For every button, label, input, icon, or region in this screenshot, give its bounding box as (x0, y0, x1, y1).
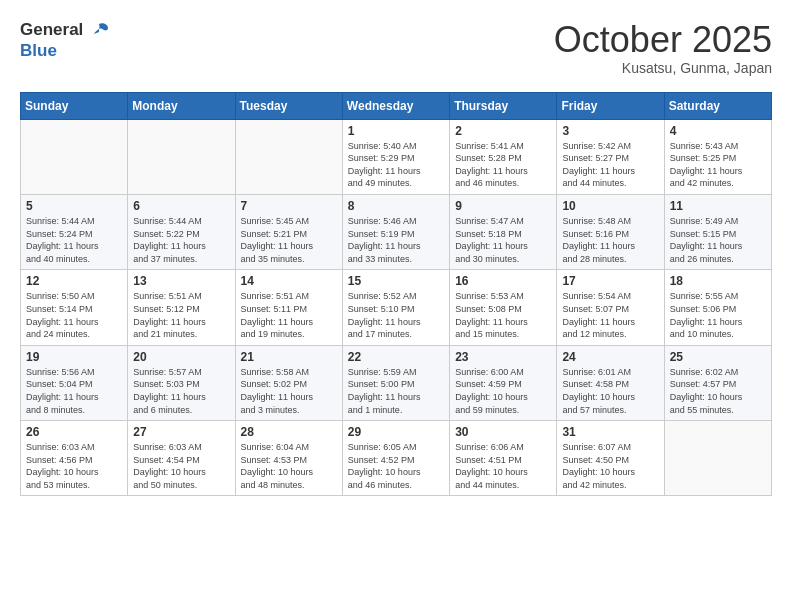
day-number: 19 (26, 350, 122, 364)
day-number: 26 (26, 425, 122, 439)
calendar-cell: 29Sunrise: 6:05 AM Sunset: 4:52 PM Dayli… (342, 421, 449, 496)
day-number: 27 (133, 425, 229, 439)
calendar-cell: 12Sunrise: 5:50 AM Sunset: 5:14 PM Dayli… (21, 270, 128, 345)
calendar-cell: 26Sunrise: 6:03 AM Sunset: 4:56 PM Dayli… (21, 421, 128, 496)
logo: General Blue (20, 20, 110, 61)
month-title: October 2025 (554, 20, 772, 60)
day-number: 12 (26, 274, 122, 288)
day-number: 11 (670, 199, 766, 213)
weekday-header: Sunday (21, 92, 128, 119)
day-info: Sunrise: 5:45 AM Sunset: 5:21 PM Dayligh… (241, 215, 337, 265)
calendar-week-row: 19Sunrise: 5:56 AM Sunset: 5:04 PM Dayli… (21, 345, 772, 420)
day-info: Sunrise: 6:03 AM Sunset: 4:56 PM Dayligh… (26, 441, 122, 491)
calendar-week-row: 26Sunrise: 6:03 AM Sunset: 4:56 PM Dayli… (21, 421, 772, 496)
day-info: Sunrise: 5:44 AM Sunset: 5:22 PM Dayligh… (133, 215, 229, 265)
day-number: 17 (562, 274, 658, 288)
day-info: Sunrise: 5:50 AM Sunset: 5:14 PM Dayligh… (26, 290, 122, 340)
weekday-header: Wednesday (342, 92, 449, 119)
logo-line1: General (20, 20, 110, 42)
calendar-cell: 19Sunrise: 5:56 AM Sunset: 5:04 PM Dayli… (21, 345, 128, 420)
day-info: Sunrise: 5:44 AM Sunset: 5:24 PM Dayligh… (26, 215, 122, 265)
calendar-cell: 7Sunrise: 5:45 AM Sunset: 5:21 PM Daylig… (235, 194, 342, 269)
weekday-header: Saturday (664, 92, 771, 119)
day-info: Sunrise: 6:00 AM Sunset: 4:59 PM Dayligh… (455, 366, 551, 416)
calendar-cell: 4Sunrise: 5:43 AM Sunset: 5:25 PM Daylig… (664, 119, 771, 194)
calendar-cell: 30Sunrise: 6:06 AM Sunset: 4:51 PM Dayli… (450, 421, 557, 496)
calendar-cell: 3Sunrise: 5:42 AM Sunset: 5:27 PM Daylig… (557, 119, 664, 194)
day-number: 9 (455, 199, 551, 213)
day-info: Sunrise: 5:49 AM Sunset: 5:15 PM Dayligh… (670, 215, 766, 265)
day-number: 29 (348, 425, 444, 439)
title-block: October 2025 Kusatsu, Gunma, Japan (554, 20, 772, 76)
calendar-week-row: 1Sunrise: 5:40 AM Sunset: 5:29 PM Daylig… (21, 119, 772, 194)
weekday-header: Tuesday (235, 92, 342, 119)
day-number: 3 (562, 124, 658, 138)
calendar-cell: 28Sunrise: 6:04 AM Sunset: 4:53 PM Dayli… (235, 421, 342, 496)
day-info: Sunrise: 5:54 AM Sunset: 5:07 PM Dayligh… (562, 290, 658, 340)
day-number: 15 (348, 274, 444, 288)
calendar-cell: 17Sunrise: 5:54 AM Sunset: 5:07 PM Dayli… (557, 270, 664, 345)
calendar-cell: 13Sunrise: 5:51 AM Sunset: 5:12 PM Dayli… (128, 270, 235, 345)
calendar-cell: 18Sunrise: 5:55 AM Sunset: 5:06 PM Dayli… (664, 270, 771, 345)
calendar-cell: 8Sunrise: 5:46 AM Sunset: 5:19 PM Daylig… (342, 194, 449, 269)
day-number: 16 (455, 274, 551, 288)
day-number: 28 (241, 425, 337, 439)
day-info: Sunrise: 5:55 AM Sunset: 5:06 PM Dayligh… (670, 290, 766, 340)
calendar-cell (21, 119, 128, 194)
day-number: 1 (348, 124, 444, 138)
calendar-cell: 9Sunrise: 5:47 AM Sunset: 5:18 PM Daylig… (450, 194, 557, 269)
calendar-cell: 6Sunrise: 5:44 AM Sunset: 5:22 PM Daylig… (128, 194, 235, 269)
day-number: 10 (562, 199, 658, 213)
day-info: Sunrise: 5:58 AM Sunset: 5:02 PM Dayligh… (241, 366, 337, 416)
day-info: Sunrise: 5:52 AM Sunset: 5:10 PM Dayligh… (348, 290, 444, 340)
calendar-cell: 5Sunrise: 5:44 AM Sunset: 5:24 PM Daylig… (21, 194, 128, 269)
day-number: 7 (241, 199, 337, 213)
day-info: Sunrise: 5:51 AM Sunset: 5:12 PM Dayligh… (133, 290, 229, 340)
calendar-cell: 22Sunrise: 5:59 AM Sunset: 5:00 PM Dayli… (342, 345, 449, 420)
day-info: Sunrise: 6:05 AM Sunset: 4:52 PM Dayligh… (348, 441, 444, 491)
calendar-cell (128, 119, 235, 194)
day-info: Sunrise: 6:03 AM Sunset: 4:54 PM Dayligh… (133, 441, 229, 491)
day-info: Sunrise: 5:56 AM Sunset: 5:04 PM Dayligh… (26, 366, 122, 416)
calendar-cell: 11Sunrise: 5:49 AM Sunset: 5:15 PM Dayli… (664, 194, 771, 269)
day-info: Sunrise: 6:06 AM Sunset: 4:51 PM Dayligh… (455, 441, 551, 491)
weekday-header: Friday (557, 92, 664, 119)
day-number: 6 (133, 199, 229, 213)
page-header: General Blue October 2025 Kusatsu, Gunma… (20, 20, 772, 76)
day-info: Sunrise: 6:02 AM Sunset: 4:57 PM Dayligh… (670, 366, 766, 416)
calendar-cell: 27Sunrise: 6:03 AM Sunset: 4:54 PM Dayli… (128, 421, 235, 496)
day-info: Sunrise: 5:41 AM Sunset: 5:28 PM Dayligh… (455, 140, 551, 190)
day-number: 20 (133, 350, 229, 364)
location-subtitle: Kusatsu, Gunma, Japan (554, 60, 772, 76)
day-number: 31 (562, 425, 658, 439)
weekday-header: Monday (128, 92, 235, 119)
day-number: 2 (455, 124, 551, 138)
calendar-cell: 20Sunrise: 5:57 AM Sunset: 5:03 PM Dayli… (128, 345, 235, 420)
calendar-cell (235, 119, 342, 194)
calendar-cell: 24Sunrise: 6:01 AM Sunset: 4:58 PM Dayli… (557, 345, 664, 420)
calendar-cell: 10Sunrise: 5:48 AM Sunset: 5:16 PM Dayli… (557, 194, 664, 269)
day-number: 14 (241, 274, 337, 288)
day-info: Sunrise: 5:59 AM Sunset: 5:00 PM Dayligh… (348, 366, 444, 416)
day-info: Sunrise: 5:53 AM Sunset: 5:08 PM Dayligh… (455, 290, 551, 340)
day-number: 4 (670, 124, 766, 138)
day-number: 18 (670, 274, 766, 288)
day-number: 24 (562, 350, 658, 364)
day-info: Sunrise: 5:47 AM Sunset: 5:18 PM Dayligh… (455, 215, 551, 265)
logo-line2: Blue (20, 42, 110, 61)
day-info: Sunrise: 6:01 AM Sunset: 4:58 PM Dayligh… (562, 366, 658, 416)
day-info: Sunrise: 5:43 AM Sunset: 5:25 PM Dayligh… (670, 140, 766, 190)
day-number: 13 (133, 274, 229, 288)
calendar-table: SundayMondayTuesdayWednesdayThursdayFrid… (20, 92, 772, 497)
day-number: 23 (455, 350, 551, 364)
day-info: Sunrise: 5:40 AM Sunset: 5:29 PM Dayligh… (348, 140, 444, 190)
calendar-header-row: SundayMondayTuesdayWednesdayThursdayFrid… (21, 92, 772, 119)
day-info: Sunrise: 6:04 AM Sunset: 4:53 PM Dayligh… (241, 441, 337, 491)
day-number: 21 (241, 350, 337, 364)
day-number: 5 (26, 199, 122, 213)
calendar-cell: 23Sunrise: 6:00 AM Sunset: 4:59 PM Dayli… (450, 345, 557, 420)
day-info: Sunrise: 5:57 AM Sunset: 5:03 PM Dayligh… (133, 366, 229, 416)
weekday-header: Thursday (450, 92, 557, 119)
calendar-cell: 1Sunrise: 5:40 AM Sunset: 5:29 PM Daylig… (342, 119, 449, 194)
day-number: 30 (455, 425, 551, 439)
